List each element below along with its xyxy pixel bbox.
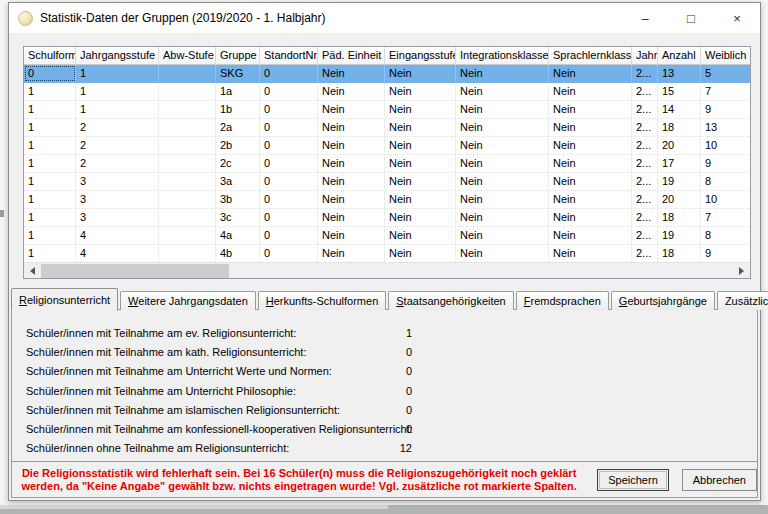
- scroll-right-icon: [739, 267, 744, 275]
- close-button[interactable]: ×: [714, 3, 760, 33]
- table-cell: [159, 101, 216, 118]
- minimize-button[interactable]: –: [622, 3, 668, 33]
- tab-geburtsjahrgänge[interactable]: Geburtsjahrgänge: [611, 291, 715, 310]
- table-cell: [159, 245, 216, 262]
- stat-label: Schüler/innen mit Teilnahme am kath. Rel…: [26, 346, 306, 358]
- table-row[interactable]: 133a0NeinNeinNeinNein2...198: [24, 173, 750, 191]
- table-cell: 2...: [632, 155, 658, 172]
- tab-weitere-jahrgangsdaten[interactable]: Weitere Jahrgangsdaten: [120, 291, 256, 310]
- table-cell: Nein: [385, 173, 456, 190]
- table-cell: 4a: [216, 227, 260, 244]
- table-cell: 18: [658, 119, 701, 136]
- stat-row: Schüler/innen mit Teilnahme am ev. Relig…: [12, 323, 757, 342]
- table-cell: Nein: [456, 209, 549, 226]
- table-cell: 2...: [632, 227, 658, 244]
- table-cell: 17: [658, 155, 701, 172]
- table-cell: 2...: [632, 173, 658, 190]
- cancel-button[interactable]: Abbrechen: [682, 469, 757, 491]
- tab-staatsangehörigkeiten[interactable]: Staatsangehörigkeiten: [388, 291, 513, 310]
- tab-zusätzliche-jahrgangsdaten[interactable]: Zusätzliche Jahrgangsdaten: [717, 291, 768, 310]
- table-cell: 20: [658, 137, 701, 154]
- table-row[interactable]: 111a0NeinNeinNeinNein2...157: [24, 83, 750, 101]
- column-header-anzahl[interactable]: Anzahl: [658, 47, 701, 65]
- table-cell: Nein: [318, 101, 385, 118]
- stat-value: 0: [367, 346, 412, 358]
- table-cell: Nein: [318, 173, 385, 190]
- religion-stats-list: Schüler/innen mit Teilnahme am ev. Relig…: [12, 310, 757, 458]
- listview-header: SchulformJahrgangsstufeAbw-StufeGruppeSt…: [24, 47, 750, 65]
- stat-label: Schüler/innen mit Teilnahme am konfessio…: [26, 423, 413, 435]
- scroll-right-button[interactable]: [733, 263, 750, 279]
- table-cell: Nein: [549, 65, 632, 82]
- table-cell: 1: [24, 137, 76, 154]
- table-cell: 19: [658, 227, 701, 244]
- window-controls: – □ ×: [622, 3, 760, 33]
- column-header-weiblich[interactable]: Weiblich: [701, 47, 750, 65]
- scroll-left-button[interactable]: [24, 263, 41, 279]
- religionsunterricht-panel: Schüler/innen mit Teilnahme am ev. Relig…: [11, 309, 758, 464]
- tab-religionsunterricht[interactable]: Religionsunterricht: [11, 288, 118, 311]
- table-cell: 2a: [216, 119, 260, 136]
- column-header-sprachlernklasse[interactable]: Sprachlernklasse: [549, 47, 632, 65]
- table-cell: Nein: [456, 119, 549, 136]
- table-cell: 0: [260, 119, 318, 136]
- table-cell: 1: [24, 227, 76, 244]
- table-cell: 2...: [632, 137, 658, 154]
- table-cell: 1: [76, 101, 159, 118]
- table-cell: 2...: [632, 119, 658, 136]
- tab-herkunfts-schulformen[interactable]: Herkunfts-Schulformen: [258, 291, 387, 310]
- minimize-icon: –: [641, 12, 648, 25]
- dialog-titlebar[interactable]: Statistik-Daten der Gruppen (2019/2020 -…: [9, 3, 760, 33]
- table-row[interactable]: 122a0NeinNeinNeinNein2...1813: [24, 119, 750, 137]
- table-row[interactable]: 111b0NeinNeinNeinNein2...149: [24, 101, 750, 119]
- table-row[interactable]: 144b0NeinNeinNeinNein2...189: [24, 245, 750, 262]
- column-header-standortnr[interactable]: StandortNr: [260, 47, 318, 65]
- table-row[interactable]: 122b0NeinNeinNeinNein2...2010: [24, 137, 750, 155]
- table-cell: 1b: [216, 101, 260, 118]
- table-cell: 0: [260, 155, 318, 172]
- table-cell: 3b: [216, 191, 260, 208]
- table-cell: Nein: [318, 209, 385, 226]
- table-cell: 7: [701, 83, 750, 100]
- horizontal-scrollbar[interactable]: [24, 262, 750, 278]
- table-cell: 1: [24, 83, 76, 100]
- table-cell: 3: [76, 173, 159, 190]
- column-header-abw-stufe[interactable]: Abw-Stufe: [159, 47, 216, 65]
- table-cell: 1: [24, 209, 76, 226]
- column-header-integrationsklasse[interactable]: Integrationsklasse: [456, 47, 549, 65]
- stat-row: Schüler/innen mit Teilnahme am Unterrich…: [12, 362, 757, 381]
- app-icon: [18, 11, 33, 26]
- table-cell: 0: [260, 101, 318, 118]
- table-cell: 0: [24, 65, 76, 82]
- table-cell: [159, 119, 216, 136]
- maximize-button[interactable]: □: [668, 3, 714, 33]
- column-header-eingangsstufe[interactable]: Eingangsstufe: [385, 47, 456, 65]
- column-header-jahrgangsstufe[interactable]: Jahrgangsstufe: [76, 47, 159, 65]
- tab-fremdsprachen[interactable]: Fremdsprachen: [516, 291, 609, 310]
- column-header-gruppe[interactable]: Gruppe: [216, 47, 260, 65]
- table-cell: 9: [701, 155, 750, 172]
- table-cell: Nein: [318, 137, 385, 154]
- table-cell: [159, 227, 216, 244]
- table-cell: Nein: [385, 209, 456, 226]
- table-cell: 0: [260, 227, 318, 244]
- statistik-daten-dialog: Statistik-Daten der Gruppen (2019/2020 -…: [8, 2, 761, 501]
- save-button[interactable]: Speichern: [597, 469, 669, 491]
- table-row[interactable]: 133b0NeinNeinNeinNein2...2010: [24, 191, 750, 209]
- table-row[interactable]: 144a0NeinNeinNeinNein2...198: [24, 227, 750, 245]
- table-row[interactable]: 01SKG0NeinNeinNeinNein2...135: [24, 65, 750, 83]
- table-cell: Nein: [385, 119, 456, 136]
- table-cell: 0: [260, 173, 318, 190]
- table-row[interactable]: 122c0NeinNeinNeinNein2...179: [24, 155, 750, 173]
- column-header-päd-einheit[interactable]: Päd. Einheit: [318, 47, 385, 65]
- table-cell: Nein: [549, 173, 632, 190]
- table-cell: Nein: [385, 65, 456, 82]
- background-window-fragment: [0, 210, 4, 217]
- scrollbar-thumb[interactable]: [41, 264, 229, 278]
- column-header-jahr[interactable]: Jahr: [632, 47, 658, 65]
- table-cell: 1: [24, 119, 76, 136]
- stat-row: Schüler/innen mit Teilnahme am kath. Rel…: [12, 342, 757, 361]
- table-row[interactable]: 133c0NeinNeinNeinNein2...187: [24, 209, 750, 227]
- table-cell: 2...: [632, 191, 658, 208]
- column-header-schulform[interactable]: Schulform: [24, 47, 76, 65]
